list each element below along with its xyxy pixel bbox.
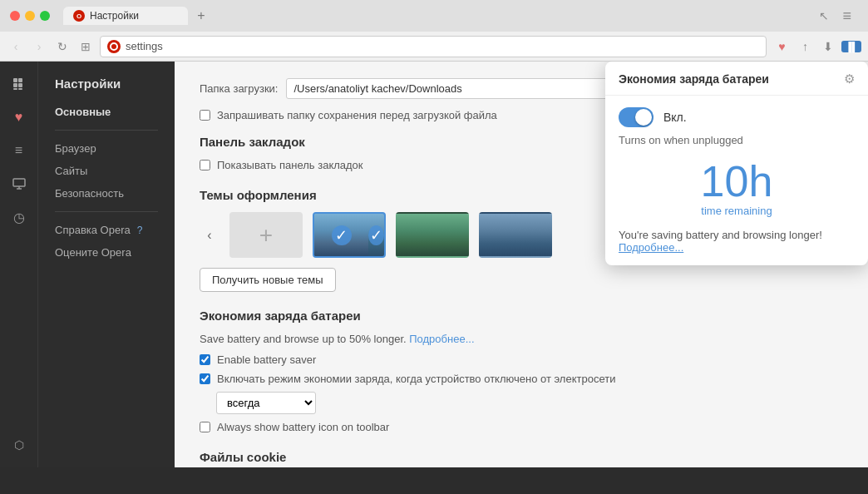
forward-button[interactable]: › [30, 37, 48, 56]
battery-section: Экономия заряда батареи Save battery and… [200, 309, 843, 433]
back-button[interactable]: ‹ [7, 37, 25, 56]
unplugged-text: Turns on when unplugged [619, 134, 855, 146]
auto-battery-row: Включать режим экономии заряда, когда ус… [200, 373, 843, 385]
sidebar-item-label-osnov: Основные [55, 106, 111, 118]
sidebar-item-browser[interactable]: Браузер [38, 137, 175, 160]
sidebar-icon-list[interactable]: ≡ [5, 136, 33, 165]
sidebar-rate-label: Оцените Opera [55, 246, 131, 259]
browser-chrome: O Настройки + ↖ ≡ ‹ › ↻ ⊞ settings [0, 0, 868, 62]
bookmarks-checkbox[interactable] [200, 160, 210, 170]
time-value: 10h [619, 160, 855, 203]
download-label: Папка загрузки: [200, 82, 278, 95]
svg-rect-9 [13, 179, 25, 186]
battery-desc-text: Save battery and browse up to 50% longer… [200, 333, 407, 345]
share-icon[interactable]: ↑ [795, 37, 815, 57]
sidebar-icon-monitor[interactable] [5, 170, 33, 198]
battery-toggle[interactable] [619, 107, 653, 127]
sidebar-item-label-security: Безопасность [55, 187, 124, 200]
battery-dropdown[interactable]: всегда никогда [216, 392, 316, 414]
svg-rect-8 [18, 88, 22, 90]
heart-icon[interactable]: ♥ [772, 37, 792, 57]
close-button[interactable] [10, 11, 20, 21]
content-area: Папка загрузки: ... Запрашивать папку со… [175, 62, 868, 467]
auto-battery-checkbox[interactable] [200, 373, 210, 384]
toggle-row: Вкл. [619, 107, 855, 127]
sidebar-item-sites[interactable]: Сайты [38, 160, 175, 182]
get-themes-button[interactable]: Получить новые темы [200, 268, 336, 292]
bookmarks-checkbox-label: Показывать панель закладок [217, 159, 363, 171]
popup-header: Экономия заряда батареи ⚙ [605, 62, 868, 96]
theme-add-item[interactable]: + [229, 212, 303, 258]
battery-popup: Экономия заряда батареи ⚙ Вкл. Turns on … [605, 62, 868, 265]
popup-gear-icon[interactable]: ⚙ [844, 72, 855, 86]
sidebar-item-rate[interactable]: Оцените Opera [38, 241, 175, 264]
opera-logo [107, 40, 121, 53]
minimize-button[interactable] [25, 11, 35, 21]
svg-point-2 [111, 43, 117, 50]
reload-button[interactable]: ↻ [53, 37, 72, 56]
show-battery-icon-row: Always show battery icon on toolbar [200, 421, 843, 433]
sidebar-icon-heart[interactable]: ♥ [5, 103, 33, 131]
tab-title: Настройки [90, 10, 139, 22]
dropdown-row: всегда никогда [216, 392, 843, 414]
auto-battery-label: Включать режим экономии заряда, когда ус… [217, 373, 615, 385]
enable-battery-row: Enable battery saver [200, 353, 843, 366]
download-icon[interactable]: ⬇ [818, 37, 838, 57]
battery-title: Экономия заряда батареи [200, 309, 843, 323]
maximize-button[interactable] [40, 11, 50, 21]
sidebar-item-osnov[interactable]: Основные [38, 101, 175, 123]
saving-text-content: You're saving battery and browsing longe… [619, 229, 822, 241]
theme-dark-item[interactable] [479, 212, 552, 258]
toggle-label: Вкл. [663, 111, 687, 124]
sidebar: ♥ ≡ ◷ ⬡ Настройки Основные Браузер [0, 62, 175, 467]
sidebar-item-security[interactable]: Безопасность [38, 182, 175, 205]
cookie-section: Файлы cookie [200, 450, 843, 464]
download-checkbox[interactable] [200, 110, 210, 121]
time-remaining-label: time remaining [619, 205, 855, 217]
time-display: 10h time remaining [619, 160, 855, 217]
new-tab-button[interactable]: + [191, 6, 211, 26]
title-bar: O Настройки + ↖ ≡ [0, 0, 868, 32]
show-battery-icon-label: Always show battery icon on toolbar [217, 421, 389, 433]
battery-learn-more-link[interactable]: Подробнее... [409, 333, 474, 345]
enable-battery-label: Enable battery saver [217, 353, 316, 366]
sidebar-icon-clock[interactable]: ◷ [5, 203, 33, 231]
sidebar-main-title: Настройки [38, 70, 175, 101]
sidebar-icon-puzzle[interactable]: ⬡ [5, 431, 33, 459]
saving-text: You're saving battery and browsing longe… [619, 229, 855, 254]
show-battery-icon-checkbox[interactable] [200, 422, 210, 432]
help-icon: ? [137, 225, 143, 236]
grid-button[interactable]: ⊞ [76, 37, 95, 56]
cookie-title: Файлы cookie [200, 450, 843, 464]
menu-icon[interactable]: ≡ [842, 7, 851, 25]
sidebar-icon-grid[interactable] [5, 70, 33, 98]
popup-title: Экономия заряда батареи [619, 72, 769, 86]
enable-battery-checkbox[interactable] [200, 354, 210, 365]
sidebar-item-label-browser: Браузер [55, 142, 96, 155]
sidebar-divider-2 [55, 211, 158, 212]
traffic-lights [10, 11, 50, 21]
sidebar-help-label: Справка Opera [55, 224, 131, 236]
address-bar[interactable]: settings [100, 36, 767, 57]
active-tab[interactable]: O Настройки [63, 7, 188, 25]
theme-prev-button[interactable]: ‹ [200, 225, 219, 245]
svg-rect-4 [18, 78, 22, 82]
nav-right-icons: ♥ ↑ ⬇ ▐▌ [772, 37, 861, 57]
main-layout: ♥ ≡ ◷ ⬡ Настройки Основные Браузер [0, 62, 868, 467]
theme-mountain-item[interactable]: ✓ [313, 212, 386, 258]
battery-icon[interactable]: ▐▌ [841, 41, 861, 52]
nav-bar: ‹ › ↻ ⊞ settings ♥ ↑ ⬇ ▐▌ [0, 32, 868, 62]
sidebar-divider [55, 130, 158, 131]
theme-nature-item[interactable] [396, 212, 469, 258]
sidebar-item-help[interactable]: Справка Opera ? [38, 219, 175, 241]
sidebar-nav: Настройки Основные Браузер Сайты Безопас… [38, 62, 175, 467]
svg-rect-5 [13, 83, 17, 87]
svg-rect-7 [13, 88, 17, 90]
tab-bar: O Настройки + [57, 2, 812, 29]
popup-body: Вкл. Turns on when unplugged 10h time re… [605, 96, 868, 265]
battery-description: Save battery and browse up to 50% longer… [200, 333, 843, 345]
svg-text:O: O [76, 12, 81, 20]
cursor-icon: ↖ [819, 9, 829, 22]
title-bar-right: ↖ ≡ [819, 7, 858, 25]
popup-learn-more-link[interactable]: Подробнее... [619, 241, 683, 254]
